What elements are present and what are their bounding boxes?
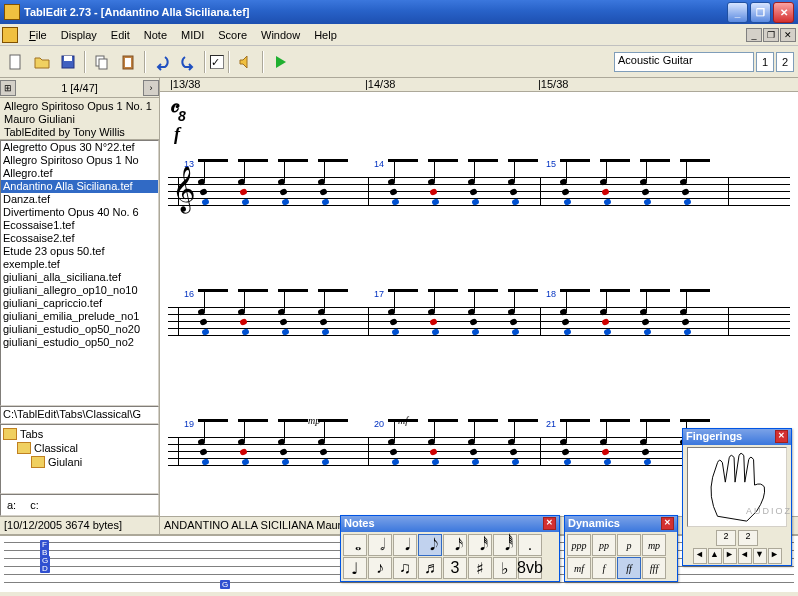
file-item[interactable]: Ecossaise1.tef <box>1 219 158 232</box>
file-item[interactable]: exemple.tef <box>1 258 158 271</box>
note-value-button[interactable]: 𝅘𝅥 <box>393 534 417 556</box>
play-button[interactable] <box>268 50 292 74</box>
note-value-button[interactable]: 𝅘𝅥𝅯 <box>443 534 467 556</box>
fingering-num[interactable]: 2 <box>716 530 736 546</box>
arrow-up[interactable]: ▲ <box>708 548 722 564</box>
minimize-button[interactable]: _ <box>727 2 748 23</box>
staff-system: 𝄞131415 <box>168 147 790 237</box>
menu-edit[interactable]: Edit <box>104 27 137 43</box>
file-list[interactable]: Alegretto Opus 30 N°22.tefAllegro Spirit… <box>0 140 159 406</box>
file-item[interactable]: Allegro.tef <box>1 167 158 180</box>
mdi-close[interactable]: ✕ <box>780 28 796 42</box>
folder-tree[interactable]: Tabs Classical Giulani <box>0 424 159 494</box>
file-item[interactable]: giuliani_estudio_op50_no20 <box>1 323 158 336</box>
dynamic-button[interactable]: f <box>592 557 616 579</box>
file-item[interactable]: giuliani_capriccio.tef <box>1 297 158 310</box>
note-value-button[interactable]: ♫ <box>393 557 417 579</box>
ruler[interactable]: |13/38|14/38|15/38 <box>160 78 798 92</box>
note-value-button[interactable]: 𝅗𝅥 <box>368 534 392 556</box>
note-value-button[interactable]: ♯ <box>468 557 492 579</box>
arrow-down[interactable]: ▼ <box>753 548 767 564</box>
palette-close[interactable]: ✕ <box>661 517 674 530</box>
open-button[interactable] <box>30 50 54 74</box>
palette-close[interactable]: ✕ <box>775 430 788 443</box>
file-item[interactable]: giuliani_allegro_op10_no10 <box>1 284 158 297</box>
file-item[interactable]: giuliani_estudio_op50_no2 <box>1 336 158 349</box>
menu-window[interactable]: Window <box>254 27 307 43</box>
dynamic-button[interactable]: fff <box>642 557 666 579</box>
measure-number: 13 <box>184 159 194 169</box>
note-value-button[interactable]: ♩ <box>343 557 367 579</box>
dynamic-button[interactable]: mf <box>567 557 591 579</box>
fingering-num[interactable]: 2 <box>738 530 758 546</box>
file-item[interactable]: Etude 23 opus 50.tef <box>1 245 158 258</box>
file-item[interactable]: giuliani_emilia_prelude_no1 <box>1 310 158 323</box>
note-value-button[interactable]: 3 <box>443 557 467 579</box>
note-value-button[interactable]: 𝅘𝅥𝅮 <box>418 534 442 556</box>
menu-help[interactable]: Help <box>307 27 344 43</box>
arrow-right2[interactable]: ► <box>768 548 782 564</box>
svg-rect-4 <box>99 59 107 69</box>
note-value-button[interactable]: . <box>518 534 542 556</box>
fret-marker[interactable]: G <box>220 580 230 589</box>
module-1[interactable]: 1 <box>756 52 774 72</box>
note-value-button[interactable]: ♭ <box>493 557 517 579</box>
menu-score[interactable]: Score <box>211 27 254 43</box>
file-item[interactable]: giuliani_alla_siciliana.tef <box>1 271 158 284</box>
note-value-button[interactable]: 8vb <box>518 557 542 579</box>
note-value-button[interactable]: ♪ <box>368 557 392 579</box>
measure-number: 14 <box>374 159 384 169</box>
note-value-button[interactable]: 𝅘𝅥𝅱 <box>493 534 517 556</box>
mdi-restore[interactable]: ❐ <box>763 28 779 42</box>
module-2[interactable]: 2 <box>776 52 794 72</box>
new-button[interactable] <box>4 50 28 74</box>
note-value-button[interactable]: ♬ <box>418 557 442 579</box>
path-box[interactable]: C:\TablEdit\Tabs\Classical\G <box>0 406 159 424</box>
dynamic-button[interactable]: ff <box>617 557 641 579</box>
watermark: AUDIOZ <box>746 506 792 516</box>
instrument-select[interactable]: Acoustic Guitar <box>614 52 754 72</box>
file-item[interactable]: Allegro Spiritoso Opus 1 No <box>1 154 158 167</box>
close-button[interactable]: ✕ <box>773 2 794 23</box>
file-item[interactable]: Divertimento Opus 40 No. 6 <box>1 206 158 219</box>
menu-file[interactable]: File <box>22 27 54 43</box>
note-value-button[interactable]: 𝅝 <box>343 534 367 556</box>
paste-button[interactable] <box>116 50 140 74</box>
dynamic-button[interactable]: ppp <box>567 534 591 556</box>
nav-prev[interactable]: ⊞ <box>0 80 16 96</box>
measure-number: 21 <box>546 419 556 429</box>
dynamic-button[interactable]: pp <box>592 534 616 556</box>
menu-note[interactable]: Note <box>137 27 174 43</box>
speaker-button[interactable] <box>234 50 258 74</box>
toggle-checkbox[interactable]: ✓ <box>210 55 224 69</box>
dynamic-mp: mp <box>308 415 320 426</box>
copy-button[interactable] <box>90 50 114 74</box>
mdi-minimize[interactable]: _ <box>746 28 762 42</box>
file-item[interactable]: Alegretto Opus 30 N°22.tef <box>1 141 158 154</box>
note-value-button[interactable]: 𝅘𝅥𝅰 <box>468 534 492 556</box>
arrow-left[interactable]: ◄ <box>693 548 707 564</box>
undo-button[interactable] <box>150 50 174 74</box>
drive-select[interactable]: a: c: <box>0 494 159 516</box>
file-item[interactable]: Ecossaise2.tef <box>1 232 158 245</box>
file-meta: Allegro Spiritoso Opus 1 No. 1 Mauro Giu… <box>0 98 159 140</box>
position-indicator: 1 [4/47] <box>16 82 143 94</box>
nav-next[interactable]: › <box>143 80 159 96</box>
dynamic-button[interactable]: mp <box>642 534 666 556</box>
file-item[interactable]: Danza.tef <box>1 193 158 206</box>
dynamic-button[interactable]: p <box>617 534 641 556</box>
menu-display[interactable]: Display <box>54 27 104 43</box>
menu-midi[interactable]: MIDI <box>174 27 211 43</box>
arrow-right[interactable]: ► <box>723 548 737 564</box>
measure-number: 19 <box>184 419 194 429</box>
palette-close[interactable]: ✕ <box>543 517 556 530</box>
svg-rect-0 <box>10 55 20 69</box>
palette-title: Notes <box>344 517 543 531</box>
title-bar: TablEdit 2.73 - [Andantino Alla Sicilian… <box>0 0 798 24</box>
redo-button[interactable] <box>176 50 200 74</box>
fret-marker[interactable]: D <box>40 564 50 573</box>
maximize-button[interactable]: ❐ <box>750 2 771 23</box>
arrow-left2[interactable]: ◄ <box>738 548 752 564</box>
file-item[interactable]: Andantino Alla Siciliana.tef <box>1 180 158 193</box>
save-button[interactable] <box>56 50 80 74</box>
